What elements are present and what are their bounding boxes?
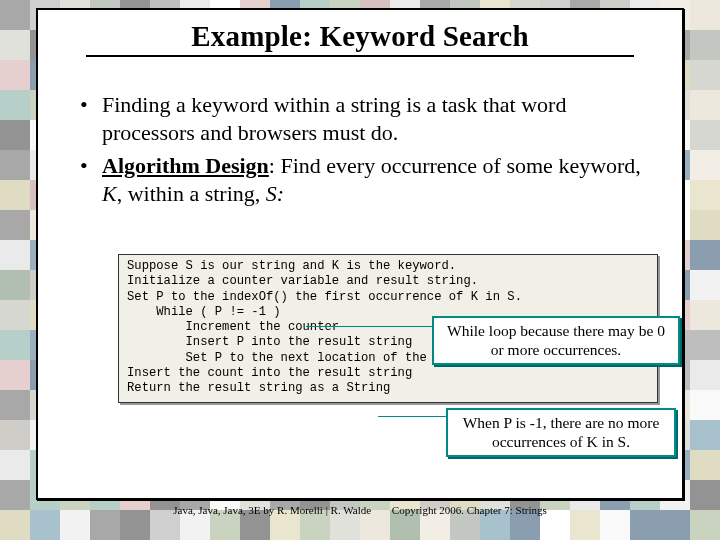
bullet-item: Algorithm Design: Find every occurrence … [74, 152, 652, 207]
code-line: Initialize a counter variable and result… [127, 274, 478, 288]
code-line: Suppose S is our string and K is the key… [127, 259, 456, 273]
slide-body: Finding a keyword within a string is a t… [38, 57, 682, 207]
footer-credits: Java, Java, Java, 3E by R. Morelli | R. … [173, 504, 371, 516]
callout-connector [306, 326, 434, 327]
bullet-var: K [102, 181, 117, 206]
slide-frame: Example: Keyword Search Finding a keywor… [36, 8, 684, 500]
callout-while-loop: While loop because there may be 0 or mor… [432, 316, 680, 365]
bullet-list: Finding a keyword within a string is a t… [74, 91, 652, 207]
code-line: Insert P into the result string [127, 335, 412, 349]
bullet-text: : Find every occurrence of some keyword, [269, 153, 641, 178]
bullet-text: Finding a keyword within a string is a t… [102, 92, 566, 145]
code-line: Set P to the indexOf() the first occurre… [127, 290, 522, 304]
bullet-text: , within a string, [117, 181, 266, 206]
slide-footer: Java, Java, Java, 3E by R. Morelli | R. … [0, 504, 720, 516]
code-line: Insert the count into the result string [127, 366, 412, 380]
bullet-bold: Algorithm Design [102, 153, 269, 178]
bullet-item: Finding a keyword within a string is a t… [74, 91, 652, 146]
bullet-var: S: [266, 181, 284, 206]
code-line: Increment the counter [127, 320, 339, 334]
callout-connector [378, 416, 448, 417]
callout-terminate: When P is -1, there are no more occurren… [446, 408, 676, 457]
callout-text: When P is -1, there are no more occurren… [463, 414, 660, 450]
footer-chapter: Copyright 2006. Chapter 7: Strings [392, 504, 547, 516]
code-line: While ( P != -1 ) [127, 305, 281, 319]
code-line: Return the result string as a String [127, 381, 390, 395]
callout-text: While loop because there may be 0 or mor… [447, 322, 665, 358]
slide-title: Example: Keyword Search [86, 20, 634, 57]
